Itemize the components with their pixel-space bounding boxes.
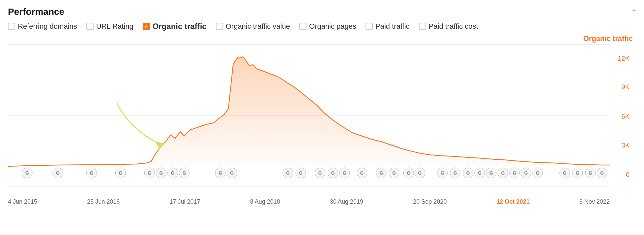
svg-text:G: G [360, 170, 364, 176]
svg-text:G: G [501, 170, 505, 176]
y-label-9k: 9K [622, 83, 629, 91]
chart-area-fill [8, 57, 610, 166]
performance-panel: Performance ⌃ Referring domainsURL Ratin… [0, 0, 644, 206]
checkbox-label-referring-domains: Referring domains [18, 22, 77, 31]
checkbox-label-paid-traffic-cost: Paid traffic cost [429, 22, 478, 31]
x-label-2018: 8 Aug 2018 [250, 198, 280, 205]
google-update-icons: G G G G G G G G [22, 168, 607, 178]
x-label-2019: 30 Aug 2019 [330, 198, 363, 205]
y-label-6k: 6K [622, 113, 629, 120]
x-label-2021: 12 Oct 2021 [497, 198, 530, 205]
checkbox-box-paid-traffic-cost [419, 23, 426, 30]
checkbox-box-url-rating [86, 23, 94, 30]
x-axis: 4 Jun 2015 25 Jun 2016 17 Jul 2017 8 Aug… [8, 198, 610, 205]
checkbox-box-organic-traffic [143, 23, 150, 30]
x-label-2015: 4 Jun 2015 [8, 198, 37, 205]
chart-inner: G G G G G G G G [8, 44, 610, 186]
svg-text:G: G [600, 170, 604, 176]
svg-text:G: G [119, 170, 122, 176]
svg-text:G: G [418, 170, 422, 176]
checkbox-item-paid-traffic-cost[interactable]: Paid traffic cost [419, 22, 478, 31]
x-label-2017: 17 Jul 2017 [170, 198, 200, 205]
y-axis-title: Organic traffic [583, 34, 633, 43]
checkbox-label-url-rating: URL Rating [96, 22, 133, 31]
svg-text:G: G [478, 170, 482, 176]
checkbox-item-url-rating[interactable]: URL Rating [86, 22, 133, 31]
grid-line-bottom [8, 186, 610, 186]
header-row: Performance ⌃ [8, 7, 636, 17]
annotation-arrow [117, 104, 165, 149]
chart-area: Organic traffic 12K 9K 6K 3K 0 [8, 34, 636, 206]
svg-text:G: G [563, 170, 567, 176]
svg-text:G: G [171, 170, 175, 176]
svg-text:G: G [286, 170, 290, 176]
y-label-0: 0 [626, 171, 629, 179]
x-label-2016: 25 Jun 2016 [87, 198, 120, 205]
svg-text:G: G [318, 170, 322, 176]
y-label-12k: 12K [618, 55, 629, 62]
checkbox-label-organic-traffic-value: Organic traffic value [226, 22, 290, 31]
svg-text:G: G [331, 170, 335, 176]
svg-text:G: G [219, 170, 222, 176]
svg-text:G: G [148, 170, 151, 176]
page-title: Performance [8, 7, 64, 17]
checkboxes-row: Referring domainsURL RatingOrganic traff… [8, 22, 636, 31]
svg-text:G: G [454, 170, 457, 176]
checkbox-label-organic-pages: Organic pages [309, 22, 356, 31]
collapse-button[interactable]: ⌃ [631, 8, 636, 16]
checkbox-item-organic-traffic-value[interactable]: Organic traffic value [216, 22, 290, 31]
svg-text:G: G [589, 170, 592, 176]
svg-text:G: G [466, 170, 470, 176]
svg-text:G: G [407, 170, 410, 176]
checkbox-label-organic-traffic: Organic traffic [153, 22, 207, 31]
svg-text:G: G [159, 170, 163, 176]
svg-text:G: G [183, 170, 186, 176]
svg-text:G: G [489, 170, 493, 176]
svg-text:G: G [230, 170, 234, 176]
x-label-2020: 20 Sep 2020 [413, 198, 447, 205]
svg-text:G: G [56, 170, 60, 176]
checkbox-box-paid-traffic [366, 23, 373, 30]
svg-text:G: G [299, 170, 303, 176]
svg-text:G: G [379, 170, 383, 176]
svg-text:G: G [536, 170, 540, 176]
chart-svg: G G G G G G G G [8, 44, 610, 186]
checkbox-box-referring-domains [8, 23, 15, 30]
checkbox-box-organic-traffic-value [216, 23, 223, 30]
x-label-2022: 3 Nov 2022 [579, 198, 610, 205]
svg-text:G: G [576, 170, 579, 176]
svg-text:G: G [441, 170, 444, 176]
svg-text:G: G [90, 170, 94, 176]
svg-text:G: G [343, 170, 346, 176]
svg-text:G: G [524, 170, 528, 176]
svg-text:G: G [392, 170, 396, 176]
checkbox-label-paid-traffic: Paid traffic [375, 22, 410, 31]
checkbox-item-paid-traffic[interactable]: Paid traffic [366, 22, 410, 31]
checkbox-box-organic-pages [299, 23, 307, 30]
checkbox-item-organic-pages[interactable]: Organic pages [299, 22, 356, 31]
svg-text:G: G [513, 170, 516, 176]
checkbox-item-organic-traffic[interactable]: Organic traffic [143, 22, 207, 31]
svg-text:G: G [25, 170, 29, 176]
y-label-3k: 3K [622, 142, 629, 149]
checkbox-item-referring-domains[interactable]: Referring domains [8, 22, 77, 31]
